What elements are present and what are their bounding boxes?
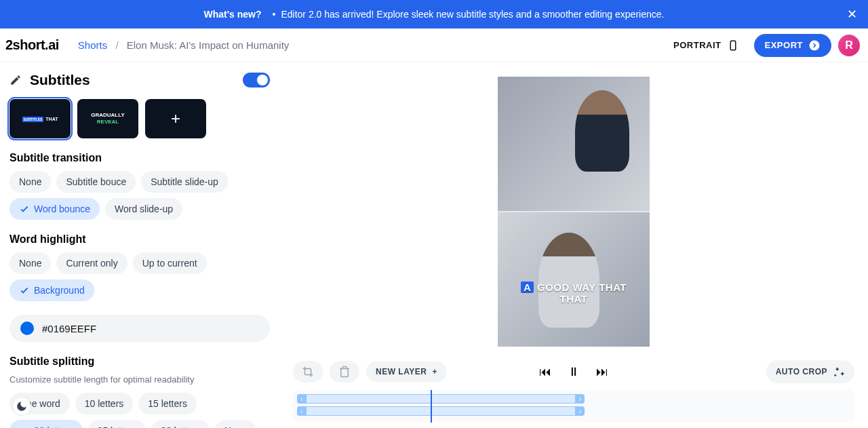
wand-icon	[833, 366, 845, 378]
pill-20letters[interactable]: 20 letters	[9, 420, 83, 428]
edit-icon	[9, 74, 22, 86]
pill-hl-none[interactable]: None	[9, 252, 51, 274]
delete-button[interactable]	[330, 361, 359, 383]
check-icon	[19, 203, 30, 214]
pause-icon[interactable]: ⏸	[568, 365, 580, 379]
crop-button[interactable]	[293, 361, 323, 383]
pill-split-none[interactable]: None	[215, 420, 256, 428]
logo[interactable]: 2short.ai	[5, 37, 59, 53]
crop-icon	[302, 366, 314, 378]
pill-15letters[interactable]: 15 letters	[138, 393, 197, 414]
breadcrumb-current: Elon Musk: AI's Impact on Humanity	[127, 39, 290, 51]
pill-25letters[interactable]: 25 letters	[88, 420, 146, 428]
timeline[interactable]: ‹› ‹›	[293, 390, 854, 423]
style-preset-highlight[interactable]: SUBTITLESTHAT	[9, 99, 71, 138]
highlight-options: None Current only Up to current Backgrou…	[9, 252, 279, 301]
topbar: 2short.ai Shorts / Elon Musk: AI's Impac…	[0, 28, 868, 62]
transition-title: Subtitle transition	[9, 152, 279, 164]
add-preset-button[interactable]: +	[145, 99, 206, 138]
split-subtitle: Customize subtitle length for optimal re…	[9, 374, 279, 385]
transition-options: None Subtitle bouce Subtitle slide-up Wo…	[9, 171, 279, 220]
highlight-title: Word highlight	[9, 233, 279, 246]
plus-icon: +	[432, 367, 437, 376]
color-swatch	[20, 322, 34, 335]
pill-word-slideup[interactable]: Word slide-up	[105, 198, 182, 220]
pill-hl-current[interactable]: Current only	[56, 252, 127, 274]
banner-prefix: What's new?	[204, 9, 262, 20]
breadcrumb: Shorts / Elon Musk: AI's Impact on Human…	[78, 39, 290, 51]
timeline-track[interactable]: ‹›	[297, 406, 585, 416]
video-canvas[interactable]: A GOOD WAY THATTHAT	[498, 77, 650, 347]
sidebar: Subtitles SUBTITLESTHAT GRADUALLYREVEAL …	[0, 62, 279, 428]
pill-subtitle-bounce[interactable]: Subtitle bouce	[56, 171, 136, 193]
split-title: Subtitle splitting	[9, 355, 279, 368]
trash-icon	[338, 366, 351, 378]
playhead[interactable]	[431, 390, 432, 423]
avatar[interactable]: R	[838, 35, 860, 56]
timeline-track[interactable]: ‹›	[297, 394, 585, 404]
split-options: One word 10 letters 15 letters 20 letter…	[9, 393, 279, 428]
moon-icon	[16, 400, 28, 412]
pill-none[interactable]: None	[9, 171, 51, 193]
subtitle-overlay: A GOOD WAY THATTHAT	[498, 281, 650, 305]
announcement-banner: What's new? • Editor 2.0 has arrived! Ex…	[0, 0, 868, 28]
orientation-button[interactable]: PORTRAIT	[664, 34, 748, 57]
breadcrumb-root[interactable]: Shorts	[78, 39, 107, 51]
stage: A GOOD WAY THATTHAT NEW LAYER + ⏮	[279, 62, 868, 428]
pill-hl-upto[interactable]: Up to current	[133, 252, 207, 274]
highlight-color-picker[interactable]: #0169EEFF	[9, 315, 270, 342]
new-layer-button[interactable]: NEW LAYER +	[366, 362, 447, 382]
style-preset-reveal[interactable]: GRADUALLYREVEAL	[77, 99, 138, 138]
check-icon	[19, 285, 30, 296]
skip-forward-icon[interactable]: ⏭	[596, 365, 608, 379]
pill-word-bounce[interactable]: Word bounce	[9, 198, 100, 220]
color-value: #0169EEFF	[42, 323, 96, 334]
pill-subtitle-slideup[interactable]: Subtitle slide-up	[141, 171, 228, 193]
banner-text: Editor 2.0 has arrived! Explore sleek ne…	[281, 9, 664, 20]
skip-back-icon[interactable]: ⏮	[539, 365, 551, 379]
arrow-right-circle-icon	[808, 39, 821, 52]
auto-crop-button[interactable]: AUTO CROP	[766, 360, 854, 383]
svg-rect-0	[730, 41, 736, 50]
check-icon	[19, 425, 30, 428]
video-preview: A GOOD WAY THATTHAT	[279, 62, 868, 360]
export-button[interactable]: EXPORT	[754, 34, 831, 57]
pill-30letters[interactable]: 30 letters	[151, 420, 210, 428]
panel-title: Subtitles	[30, 72, 235, 88]
pill-hl-background[interactable]: Background	[9, 279, 94, 301]
pill-10letters[interactable]: 10 letters	[75, 393, 134, 414]
subtitles-toggle[interactable]	[243, 73, 270, 87]
playback-controls: ⏮ ⏸ ⏭	[539, 365, 608, 379]
help-button[interactable]	[12, 397, 31, 416]
close-icon[interactable]: ✕	[847, 7, 857, 22]
svg-point-1	[810, 40, 820, 50]
portrait-icon	[727, 39, 739, 52]
